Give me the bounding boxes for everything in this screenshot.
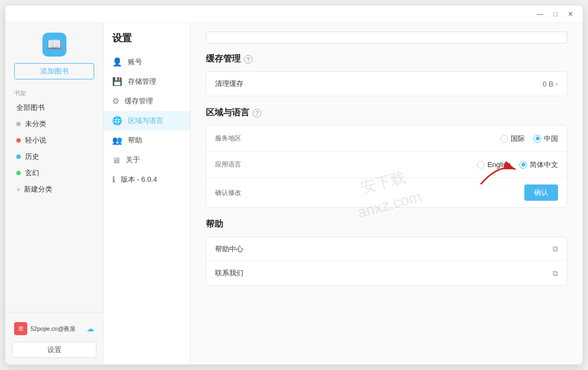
help-section: 帮助 帮助中心 ⧉ 联系我们 ⧉ [206, 219, 567, 286]
cache-size-value: 0 B › [543, 79, 558, 88]
cache-help-icon[interactable]: ? [244, 55, 253, 64]
contact-us-label: 联系我们 [215, 268, 553, 278]
cloud-icon: ☁ [87, 324, 94, 333]
sidebar-bottom: 图 52pojie.cn@夜泉 ☁ 设置 [5, 312, 103, 365]
sidebar-item-all-books[interactable]: 全部图书 [8, 100, 101, 115]
external-link-icon-2: ⧉ [553, 269, 558, 278]
dot-green-icon [16, 171, 21, 175]
nav-title: 设置 [103, 32, 190, 52]
service-region-row: 服务地区 国际 中国 [206, 126, 567, 152]
region-label: 区域与语言 [128, 116, 163, 126]
version-icon: ℹ [112, 175, 115, 184]
region-title-text: 区域与语言 [206, 107, 249, 119]
radio-china-icon [534, 135, 541, 143]
radio-chinese-icon [519, 161, 527, 169]
app-logo: 📖 [42, 33, 66, 57]
service-region-controls: 国际 中国 [253, 134, 558, 144]
dot-blue-icon [16, 155, 21, 159]
app-language-label: 应用语言 [215, 160, 253, 169]
cache-icon: ⚙ [112, 96, 119, 106]
service-region-label: 服务地区 [215, 134, 253, 143]
username: 52pojie.cn@夜泉 [30, 325, 83, 333]
help-icon: 👥 [112, 135, 122, 145]
help-center-label: 帮助中心 [215, 244, 553, 254]
storage-label: 存储管理 [128, 77, 156, 87]
help-card: 帮助中心 ⧉ 联系我们 ⧉ [206, 237, 567, 286]
new-category-label: 新建分类 [24, 184, 52, 194]
china-label: 中国 [544, 134, 558, 144]
maximize-button[interactable]: □ [548, 8, 563, 20]
app-language-row: 应用语言 English 简体中文 [206, 152, 567, 178]
help-center-row[interactable]: 帮助中心 ⧉ [206, 237, 567, 261]
titlebar: — □ ✕ [5, 5, 583, 23]
about-label: 关于 [126, 155, 140, 165]
help-section-title: 帮助 [206, 219, 567, 230]
confirm-change-label: 确认修改 [215, 188, 253, 198]
english-label: English [487, 161, 511, 169]
history-label: 历史 [25, 152, 39, 162]
confirm-controls: 确认 [253, 184, 558, 201]
add-book-button[interactable]: 添加图书 [14, 63, 94, 79]
bookshelf-label: 书架 [5, 86, 103, 100]
top-input-area [206, 32, 567, 44]
dot-red-icon [16, 138, 21, 143]
cache-section-title: 缓存管理 ? [206, 53, 567, 65]
clear-cache-row[interactable]: 清理缓存 0 B › [206, 72, 567, 96]
close-button[interactable]: ✕ [563, 8, 578, 20]
user-bar: 图 52pojie.cn@夜泉 ☁ [12, 319, 96, 338]
nav-item-help[interactable]: 👥 帮助 [103, 131, 190, 150]
region-icon: 🌐 [112, 116, 122, 126]
sidebar-item-fantasy[interactable]: 玄幻 [8, 165, 101, 181]
region-section-title: 区域与语言 ? [206, 107, 567, 119]
language-option-chinese[interactable]: 简体中文 [519, 160, 558, 170]
sidebar-item-new-category[interactable]: + 新建分类 [8, 182, 101, 197]
language-option-english[interactable]: English [477, 161, 511, 169]
cache-section: 缓存管理 ? 清理缓存 0 B › [206, 53, 567, 96]
all-books-label: 全部图书 [16, 103, 45, 113]
uncategorized-label: 未分类 [25, 119, 46, 129]
version-label: 版本 - 6.0.4 [121, 175, 157, 184]
confirm-row: 确认修改 确认 [206, 178, 567, 207]
dot-gray-icon [16, 122, 21, 126]
sidebar-item-history[interactable]: 历史 [8, 149, 101, 164]
cache-card: 清理缓存 0 B › [206, 71, 567, 96]
region-option-international[interactable]: 国际 [500, 134, 525, 144]
nav-item-region[interactable]: 🌐 区域与语言 [103, 111, 190, 131]
radio-english-icon [477, 161, 485, 169]
minimize-button[interactable]: — [532, 8, 548, 20]
confirm-button[interactable]: 确认 [524, 184, 558, 201]
cache-title-text: 缓存管理 [206, 53, 241, 65]
nav-item-about[interactable]: 🖥 关于 [103, 150, 190, 170]
help-title-text: 帮助 [206, 219, 223, 230]
about-icon: 🖥 [112, 156, 120, 165]
account-label: 账号 [128, 57, 142, 67]
region-option-china[interactable]: 中国 [534, 134, 558, 144]
nav-item-storage[interactable]: 💾 存储管理 [103, 72, 190, 91]
logo-area: 📖 [5, 23, 103, 63]
nav-item-cache[interactable]: ⚙ 缓存管理 [103, 91, 190, 111]
chevron-right-icon: › [555, 79, 558, 88]
international-label: 国际 [511, 134, 525, 144]
storage-icon: 💾 [112, 77, 122, 87]
light-novel-label: 轻小说 [25, 135, 46, 145]
nav-item-version: ℹ 版本 - 6.0.4 [103, 170, 190, 189]
nav-panel: 设置 👤 账号 💾 存储管理 ⚙ 缓存管理 🌐 区域与语言 👥 帮助 [103, 23, 191, 365]
region-card: 服务地区 国际 中国 [206, 125, 567, 208]
fantasy-label: 玄幻 [25, 168, 39, 178]
chinese-label: 简体中文 [530, 160, 558, 170]
region-section: 区域与语言 ? 服务地区 国际 [206, 107, 567, 208]
clear-cache-label: 清理缓存 [215, 79, 543, 89]
cache-label: 缓存管理 [125, 96, 153, 106]
main-window: — □ ✕ 📖 添加图书 书架 全部图书 未分类 轻小说 历史 [5, 5, 583, 365]
sidebar-item-light-novel[interactable]: 轻小说 [8, 133, 101, 148]
region-help-icon[interactable]: ? [253, 109, 261, 118]
app-language-controls: English 简体中文 [253, 160, 558, 170]
account-icon: 👤 [112, 57, 122, 67]
external-link-icon-1: ⧉ [553, 244, 558, 254]
sidebar: 📖 添加图书 书架 全部图书 未分类 轻小说 历史 玄幻 [5, 23, 103, 365]
main-content: 安下载 anxz.com 缓存管理 ? 清理缓存 0 B › [191, 23, 583, 365]
contact-us-row[interactable]: 联系我们 ⧉ [206, 261, 567, 285]
nav-item-account[interactable]: 👤 账号 [103, 52, 190, 72]
settings-button[interactable]: 设置 [12, 342, 96, 358]
sidebar-item-uncategorized[interactable]: 未分类 [8, 116, 101, 132]
